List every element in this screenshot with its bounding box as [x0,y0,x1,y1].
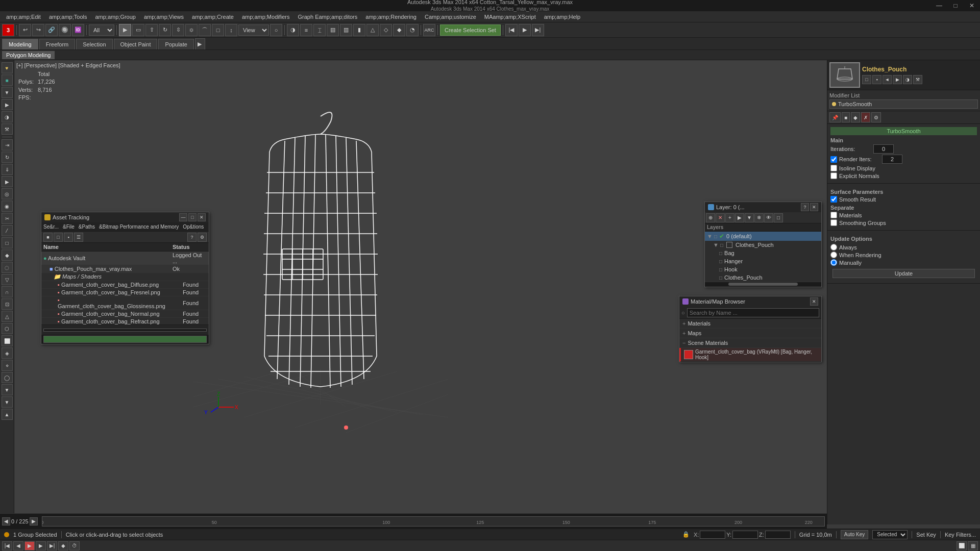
layer-select-btn[interactable]: ▶ [735,213,744,222]
create-tab-button[interactable]: ♥ [2,62,13,73]
layers-help-btn[interactable]: ? [801,203,809,211]
insert-button[interactable]: ⬜ [2,335,13,346]
play-btn[interactable]: ▶ [24,541,35,550]
menu-help[interactable]: amp;amp;Help [540,13,585,21]
tab-freeform[interactable]: Freeform [39,39,76,49]
menu-graph[interactable]: Graph Eamp;amp;ditors [294,13,362,21]
tab-selection[interactable]: Selection [76,39,112,49]
material-editor-button[interactable]: ◇ [380,24,392,36]
prev-frame-button[interactable]: |◀ [505,24,518,36]
materials-section-header[interactable]: + Materials [679,319,821,329]
modify-tab-button[interactable]: ■ [2,74,13,86]
y-input[interactable] [732,531,758,539]
table-row[interactable]: ▪ Garment_cloth_cover_bag_Diffuse.png Fo… [41,281,209,289]
make-unique-btn[interactable]: ◆ [851,112,860,122]
manually-radio[interactable] [830,259,837,266]
logo-button[interactable]: 3 [2,24,14,36]
maximize-viewport-btn[interactable]: ⬜ [957,541,967,550]
maximize-button[interactable]: □ [947,0,964,11]
materials-checkbox[interactable] [830,212,837,218]
key-mode-btn[interactable]: ◆ [58,541,68,550]
set-key-btn[interactable]: Set Key [916,532,936,538]
list-item[interactable]: □ Bag [705,249,821,257]
rp-hierarchy-btn[interactable]: ◄ [883,75,892,84]
layer-delete-btn[interactable]: ✕ [716,213,725,222]
when-rendering-radio[interactable] [830,252,837,258]
at-menu-options[interactable]: Op&tions [183,224,204,230]
align-view-button[interactable]: ⌶ [313,24,326,36]
at-menu-bitmap[interactable]: &Bitmap Performance and Memory [99,224,179,230]
rp-display-btn[interactable]: ◑ [903,75,912,84]
next-frame-btn[interactable]: ▶ [30,517,38,525]
bridge-button[interactable]: ⊡ [2,298,13,310]
configure-modifier-btn[interactable]: ⚙ [871,112,881,122]
at-minimize-btn[interactable]: — [179,213,187,221]
minimize-button[interactable]: — [931,0,947,11]
layer-create-btn[interactable]: ⊕ [706,213,715,222]
angle-snap-button[interactable]: ⏜ [199,24,211,36]
at-btn1[interactable]: ■ [43,233,53,242]
table-row[interactable]: 📁 Maps / Shaders [41,273,209,281]
rotate-button-lt[interactable]: ↻ [2,152,13,163]
layers-close-btn[interactable]: ✕ [810,203,818,211]
menu-group[interactable]: amp;amp;Group [91,13,139,21]
table-row[interactable]: ▪ Garment_cloth_cover_bag_Fresnel.png Fo… [41,289,209,296]
percent-snap-button[interactable]: □ [212,24,224,36]
layer-visibility-box[interactable] [726,242,732,248]
render-iters-checkbox[interactable] [830,156,837,163]
quickslice-button[interactable]: ∕ [2,225,13,236]
motion-tab-button[interactable]: ▶ [2,99,13,110]
loop-button[interactable]: ◉ [2,201,13,212]
layer-freeze-btn[interactable]: ❄ [754,213,764,222]
prev-frame-bt-btn[interactable]: ◀ [13,541,23,550]
render-iters-input[interactable] [882,155,902,164]
constraint-button[interactable]: □ [2,237,13,248]
at-help-btn[interactable]: ? [187,233,197,242]
menu-modifiers[interactable]: amp;amp;Modifiers [238,13,294,21]
arc-rotate-button[interactable]: ARC [423,24,435,36]
layer-hide-btn[interactable]: 👁 [764,213,773,222]
next-frame-button[interactable]: ▶| [532,24,544,36]
at-scrollbar[interactable] [43,329,207,332]
modifier-entry[interactable]: TurboSmooth [829,99,978,109]
bevel-button[interactable]: ⬡ [2,323,13,334]
scale-button[interactable]: ⇳ [172,24,184,36]
weld-button[interactable]: ⋄ [2,360,13,371]
maps-section-header[interactable]: + Maps [679,329,821,338]
rp-utils-btn[interactable]: ⚒ [913,75,922,84]
tab-object-paint[interactable]: Object Paint [114,39,158,49]
list-item[interactable]: ▼ □ Clothes_Pouch [705,241,821,249]
target-weld-button[interactable]: ◯ [2,372,13,383]
at-close-btn[interactable]: ✕ [198,213,206,221]
menu-create[interactable]: amp;amp;Create [188,13,238,21]
display-tab-button[interactable]: ◑ [2,111,13,122]
reference-coord-button[interactable]: ○ [270,24,282,36]
at-settings-btn[interactable]: ⚙ [198,233,207,242]
viewport-grid-btn[interactable]: ▦ [968,541,978,550]
key-filters-btn[interactable]: Key Filters... [945,532,976,538]
tab-more[interactable]: ▶ [195,38,205,49]
play-button[interactable]: ▶ [519,24,531,36]
menu-rendering[interactable]: amp;amp;Rendering [361,13,421,21]
at-btn3[interactable]: ▪ [64,233,73,242]
table-row[interactable]: ▪ Garment_cloth_cover_bag_Refract.png Fo… [41,318,209,325]
rp-create-btn[interactable]: □ [862,75,871,84]
align-button[interactable]: ≡ [300,24,312,36]
bind-space-warp-button[interactable]: 🆔 [72,24,84,36]
go-end-btn[interactable]: ▶| [47,541,57,550]
menu-edit[interactable]: amp;amp;Edit [2,13,45,21]
always-radio[interactable] [830,244,837,251]
unlink-button[interactable]: 🔘 [59,24,71,36]
z-input[interactable] [765,531,791,539]
table-row[interactable]: ■ Clothes_Pouch_max_vray.max Ok [41,265,209,273]
select-link-button[interactable]: 🔗 [45,24,58,36]
chamfer-button[interactable]: ◈ [2,347,13,359]
layers-scroll-thumb[interactable] [728,283,798,286]
manage-layers-button[interactable]: ▤ [327,24,339,36]
at-btn2[interactable]: □ [54,233,63,242]
sub-tab-polygon-modeling[interactable]: Polygon Modeling [2,51,55,59]
select-move-button[interactable]: ⇧ [145,24,158,36]
rotate-button[interactable]: ↻ [159,24,171,36]
smooth-result-checkbox[interactable] [830,196,837,203]
undo-button[interactable]: ↩ [19,24,31,36]
